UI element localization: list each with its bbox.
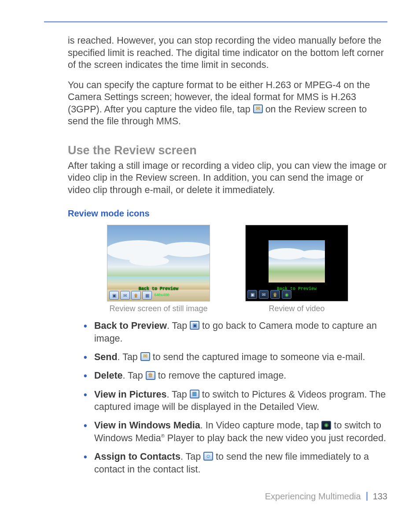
item-title: Back to Preview [94,320,167,331]
figures-row: Back to Preview ▣ ✉ 🗑 ▦ 640x480 Review s… [68,225,387,313]
back-to-preview-label: Back to Preview [277,286,317,291]
mms-send-icon: ✉ [253,104,263,113]
item-title: View in Windows Media [94,420,200,431]
list-item-windows-media: View in Windows Media. In Video capture … [84,419,387,444]
assign-contact-icon: ☺ [203,452,213,461]
still-image-thumbnail: Back to Preview ▣ ✉ 🗑 ▦ 640x480 [107,225,210,301]
play-icon[interactable]: ◉ [282,290,291,299]
camera-icon: ▣ [190,321,199,330]
item-pre: . Tap [167,389,190,400]
trash-icon: 🗑 [146,371,155,380]
mail-icon: ✉ [140,352,150,361]
figure-still: Back to Preview ▣ ✉ 🗑 ▦ 640x480 Review s… [107,225,210,313]
item-title: Assign to Contacts [94,451,181,462]
send-icon[interactable]: ✉ [259,290,269,299]
item-title: Send [94,352,118,362]
video-thumbnail: Back to Preview ▣ ✉ 🗑 ◉ [245,225,348,301]
item-title: View in Pictures [94,389,167,400]
item-pre: . In Video capture mode, tap [200,420,322,431]
item-title: Delete [94,370,123,381]
item-pre: . Tap [123,370,146,381]
windows-media-icon: ◉ [321,421,331,430]
heading-use-review: Use the Review screen [68,144,387,157]
camera-icon[interactable]: ▣ [247,290,257,299]
review-toolbar-video: Back to Preview ▣ ✉ 🗑 ◉ [246,288,348,301]
back-to-preview-label: Back to Preview [139,286,178,291]
registered-mark: ® [161,433,165,439]
view-icon[interactable]: ▦ [142,291,152,300]
footer-page-number: 133 [373,491,387,502]
page-content: is reached. However, you can stop record… [44,35,387,502]
delete-icon[interactable]: 🗑 [131,291,141,300]
item-pre: . Tap [181,451,203,462]
item-pre: . Tap [118,352,140,362]
item-pre: . Tap [167,320,190,331]
item-post: to send the captured image to someone vi… [150,352,365,362]
page-footer: Experiencing Multimedia 133 [68,491,387,502]
item-post-b: Player to play back the new video you ju… [165,433,386,443]
page: is reached. However, you can stop record… [0,0,420,515]
video-caption: Review of video [245,304,348,313]
intro-paragraph-1: is reached. However, you can stop record… [68,35,387,71]
still-caption: Review screen of still image [107,304,210,313]
camera-icon[interactable]: ▣ [109,291,119,300]
list-item-delete: Delete. Tap 🗑 to remove the captured ima… [84,369,387,382]
footer-divider [366,492,368,501]
review-icons-list: Back to Preview. Tap ▣ to go back to Cam… [68,320,387,476]
review-toolbar-still: Back to Preview ▣ ✉ 🗑 ▦ 640x480 [107,290,210,301]
list-item-view-pictures: View in Pictures. Tap ▦ to switch to Pic… [84,388,387,413]
top-rule [44,21,387,22]
cloud-shape [299,250,325,259]
item-post: to remove the captured image. [155,370,287,381]
footer-section: Experiencing Multimedia [265,491,361,502]
resolution-label: 640x480 [154,293,169,298]
list-item-back: Back to Preview. Tap ▣ to go back to Cam… [84,320,387,345]
pictures-icon: ▦ [190,390,199,398]
delete-icon[interactable]: 🗑 [270,290,280,299]
cloud-shape [160,242,210,257]
figure-video: Back to Preview ▣ ✉ 🗑 ◉ Review of video [245,225,348,313]
review-intro: After taking a still image or recording … [68,160,387,197]
intro-paragraph-2: You can specify the capture format to be… [68,79,387,128]
list-item-assign-contacts: Assign to Contacts. Tap ☺ to send the ne… [84,450,387,476]
heading-review-icons: Review mode icons [68,208,387,219]
list-item-send: Send. Tap ✉ to send the captured image t… [84,351,387,363]
send-icon[interactable]: ✉ [120,291,130,300]
video-inner-frame [269,240,325,283]
cloud-shape [129,256,169,266]
